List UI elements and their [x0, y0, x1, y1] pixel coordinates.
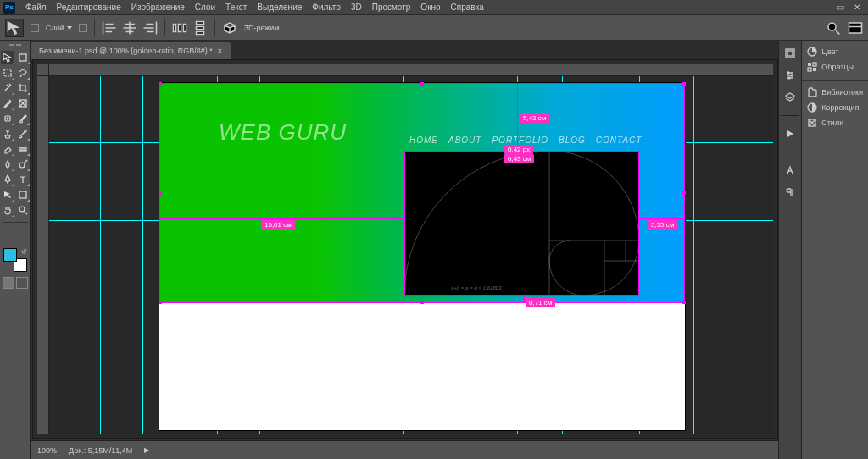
panel-color[interactable]: Цвет: [802, 44, 868, 59]
panel-styles[interactable]: Стили: [802, 115, 868, 130]
zoom-tool[interactable]: [16, 203, 30, 217]
paragraph-panel-icon[interactable]: [782, 185, 798, 200]
distribute-v-icon[interactable]: [192, 20, 208, 36]
hand-tool[interactable]: [1, 203, 14, 217]
text-tool[interactable]: [16, 173, 30, 186]
menu-text[interactable]: Текст: [220, 1, 252, 14]
auto-select-checkbox[interactable]: [31, 24, 39, 32]
menu-file[interactable]: Файл: [20, 1, 52, 14]
selection-handle[interactable]: [682, 301, 686, 304]
minimize-button[interactable]: —: [819, 3, 827, 12]
selection-handle[interactable]: [420, 301, 424, 304]
artboard-tool[interactable]: [16, 51, 30, 64]
workspace-icon[interactable]: [848, 20, 863, 36]
foreground-swatch[interactable]: [3, 248, 17, 262]
hero-image: a+b = a = φ ≈ 1.61803: [404, 151, 639, 296]
menu-3d[interactable]: 3D: [346, 1, 367, 14]
svg-rect-0: [173, 24, 175, 31]
svg-point-14: [19, 163, 25, 168]
eraser-tool[interactable]: [1, 142, 14, 156]
svg-rect-4: [196, 26, 203, 29]
swap-colors-icon[interactable]: ↺: [21, 248, 27, 256]
close-button[interactable]: ✕: [853, 3, 861, 12]
color-swatches[interactable]: ↺: [3, 248, 27, 272]
zoom-level[interactable]: 100%: [37, 446, 57, 455]
healing-brush-tool[interactable]: [1, 112, 14, 125]
chevron-down-icon: [67, 26, 72, 30]
site-logo-text: WEB GURU: [219, 119, 347, 146]
panel-label: Коррекция: [821, 103, 859, 112]
marquee-tool[interactable]: [1, 66, 14, 80]
lasso-tool[interactable]: [16, 66, 30, 80]
ruler-origin[interactable]: [37, 64, 49, 76]
layers-panel-icon[interactable]: [782, 90, 798, 105]
blur-tool[interactable]: [1, 158, 14, 171]
distribute-h-icon[interactable]: [172, 20, 187, 36]
path-selection-tool[interactable]: [1, 188, 14, 202]
artboard: WEB GURU HOME ABOUT PORTFOLIO BLOG CONTA…: [159, 83, 685, 430]
maximize-button[interactable]: ▭: [836, 3, 844, 12]
play-icon[interactable]: [782, 126, 798, 141]
panel-swatches[interactable]: Образцы: [802, 59, 868, 75]
status-chevron-icon[interactable]: ▶: [144, 446, 149, 454]
brush-tool[interactable]: [16, 112, 30, 125]
pen-tool[interactable]: [1, 173, 14, 186]
selection-handle[interactable]: [682, 82, 686, 86]
crop-tool[interactable]: [16, 81, 30, 95]
menu-edit[interactable]: Редактирование: [52, 1, 126, 14]
golden-ratio-formula: a+b = a = φ ≈ 1.61803: [451, 285, 501, 290]
ruler-horizontal[interactable]: [49, 64, 773, 76]
guide[interactable]: [693, 76, 694, 434]
svg-rect-31: [808, 68, 811, 71]
frame-tool[interactable]: [16, 97, 30, 110]
document-tab[interactable]: Без имени-1.psd @ 100% (golden-ratio, RG…: [31, 42, 231, 59]
gradient-tool[interactable]: [16, 142, 30, 156]
dodge-tool[interactable]: [16, 158, 30, 171]
eyedropper-tool[interactable]: [1, 97, 14, 110]
menu-filter[interactable]: Фильтр: [307, 1, 346, 14]
3d-mode-label: 3D-режим: [244, 24, 280, 32]
selection-handle[interactable]: [159, 191, 162, 195]
panel-label: Цвет: [821, 47, 838, 56]
selection-handle[interactable]: [420, 82, 424, 86]
current-tool-icon[interactable]: [5, 19, 24, 37]
properties-panel-icon[interactable]: [782, 68, 798, 83]
transform-controls-checkbox[interactable]: [79, 24, 87, 32]
close-tab-icon[interactable]: ×: [218, 47, 222, 55]
menu-window[interactable]: Окно: [415, 1, 445, 14]
guide[interactable]: [142, 76, 143, 434]
panel-libraries[interactable]: Библиотеки: [802, 85, 868, 100]
history-panel-icon[interactable]: [782, 46, 798, 61]
menu-view[interactable]: Просмотр: [367, 1, 416, 14]
move-tool[interactable]: [1, 51, 14, 64]
panel-adjustments[interactable]: Коррекция: [802, 100, 868, 115]
menu-select[interactable]: Выделение: [252, 1, 307, 14]
history-brush-tool[interactable]: [16, 127, 30, 141]
selection-handle[interactable]: [159, 301, 162, 304]
menu-help[interactable]: Справка: [446, 1, 489, 14]
3d-mode-icon[interactable]: [222, 20, 237, 36]
selection-handle[interactable]: [159, 82, 162, 86]
quick-mask-toggle[interactable]: [3, 277, 28, 289]
edit-toolbar-button[interactable]: ⋯: [3, 228, 28, 241]
align-left-icon[interactable]: [102, 20, 117, 36]
svg-rect-2: [183, 24, 186, 31]
align-center-icon[interactable]: [122, 20, 137, 36]
menu-layers[interactable]: Слои: [190, 1, 220, 14]
shape-tool[interactable]: [16, 188, 30, 202]
selection-handle[interactable]: [682, 191, 686, 195]
doc-info[interactable]: Док.: 5,15M/11,4M: [69, 446, 132, 455]
guide[interactable]: [100, 76, 101, 434]
align-right-icon[interactable]: [142, 20, 158, 36]
expanded-panel-strip: Цвет Образцы Библиотеки Коррекция Стили: [801, 41, 868, 459]
ruler-vertical[interactable]: [37, 76, 49, 434]
toolbox-grip[interactable]: [3, 44, 28, 49]
clone-stamp-tool[interactable]: [1, 127, 14, 141]
character-panel-icon[interactable]: [782, 163, 798, 178]
search-icon[interactable]: [826, 20, 841, 36]
magic-wand-tool[interactable]: [1, 81, 14, 95]
menu-image[interactable]: Изображение: [126, 1, 190, 14]
viewport[interactable]: WEB GURU HOME ABOUT PORTFOLIO BLOG CONTA…: [49, 76, 773, 434]
layer-dropdown[interactable]: Слой: [46, 24, 72, 32]
toolbox: ⋯ ↺: [0, 41, 31, 459]
